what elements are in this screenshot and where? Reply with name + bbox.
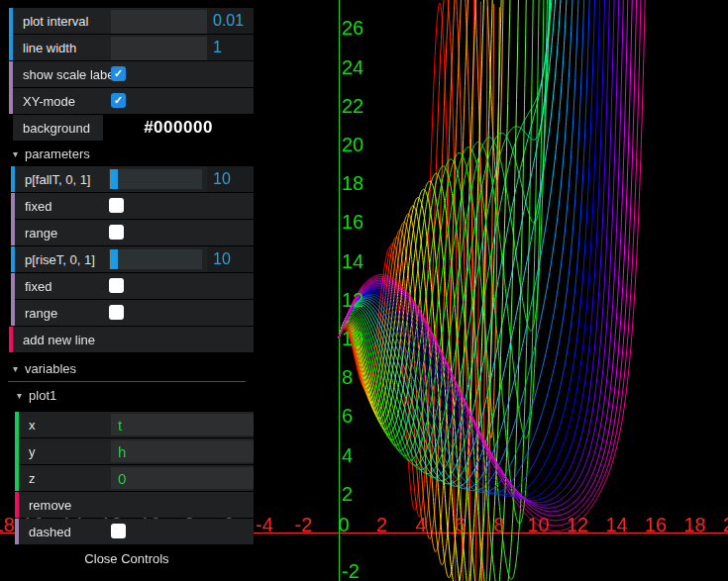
collapse-icon-parameters[interactable]: ▾	[13, 148, 18, 159]
fallT-slider-thumb[interactable]	[110, 169, 118, 189]
plot-interval-label: plot interval	[23, 14, 88, 29]
line-width-label: line width	[23, 41, 76, 55]
line-width-input[interactable]	[111, 37, 209, 60]
row-z-expression[interactable]: z 0	[19, 465, 254, 491]
plot1-section-header[interactable]: ▾ plot1	[17, 386, 254, 404]
riseT-slider-thumb[interactable]	[110, 249, 118, 269]
variables-section-header[interactable]: ▾ variables	[13, 359, 254, 377]
riseT-value[interactable]: 10	[207, 246, 254, 272]
riseT-fixed-label: fixed	[25, 279, 52, 294]
group-plot1-expressions: x t y h z 0	[15, 412, 254, 491]
section-divider	[8, 381, 246, 382]
remove-button[interactable]: remove	[19, 492, 254, 518]
variables-header-label: variables	[25, 361, 76, 376]
fallT-slider[interactable]	[109, 169, 202, 189]
controls-panel: plot interval 0.01 line width 1 show sca…	[0, 8, 254, 566]
plot1-header-label: plot1	[29, 388, 56, 403]
parameters-section-header[interactable]: ▾ parameters	[13, 145, 254, 162]
row-dashed[interactable]: dashed	[19, 519, 254, 544]
riseT-range-label: range	[25, 306, 57, 321]
fallT-label: p[fallT, 0, 1]	[25, 172, 90, 187]
dashed-label: dashed	[29, 525, 71, 539]
row-line-width[interactable]: line width 1	[13, 35, 254, 60]
row-fallT[interactable]: p[fallT, 0, 1] 10	[15, 166, 254, 192]
fallT-fixed-checkbox[interactable]	[109, 198, 124, 213]
group-display-toggles: show scale label ✓ XY-mode ✓	[9, 61, 254, 114]
fallT-range-checkbox[interactable]	[109, 225, 124, 240]
group-riseT-options: fixed range	[11, 273, 254, 326]
row-background[interactable]: background #000000	[13, 115, 254, 141]
close-controls-button[interactable]: Close Controls	[0, 551, 254, 566]
group-fallT-slider: p[fallT, 0, 1] 10	[11, 166, 254, 192]
x-expression-input[interactable]: t	[111, 414, 254, 436]
riseT-slider[interactable]	[109, 249, 202, 269]
y-expression-label: y	[29, 444, 36, 459]
fallT-range-label: range	[25, 226, 57, 241]
row-xy-mode[interactable]: XY-mode ✓	[13, 88, 254, 114]
xy-mode-checkbox[interactable]: ✓	[111, 93, 126, 108]
add-new-line-button[interactable]: add new line	[13, 327, 254, 352]
app-window: -18-16-14-12-10-8-6-4-202468101214161820…	[0, 0, 728, 581]
group-remove: remove	[15, 492, 254, 518]
line-width-value[interactable]: 1	[207, 35, 254, 60]
riseT-fixed-checkbox[interactable]	[109, 278, 124, 293]
y-expression-input[interactable]: h	[111, 440, 254, 462]
riseT-range-checkbox[interactable]	[109, 305, 124, 320]
fallT-value[interactable]: 10	[207, 166, 254, 192]
plot-interval-input[interactable]	[111, 10, 209, 34]
show-scale-label-label: show scale label	[23, 67, 117, 82]
remove-label: remove	[29, 498, 71, 513]
group-dashed: dashed	[15, 519, 254, 544]
add-new-line-label: add new line	[23, 333, 95, 347]
group-riseT-slider: p[riseT, 0, 1] 10	[11, 246, 254, 272]
row-plot-interval[interactable]: plot interval 0.01	[13, 8, 254, 34]
dashed-checkbox[interactable]	[111, 524, 126, 538]
group-plot-settings: plot interval 0.01 line width 1	[9, 8, 254, 60]
x-expression-label: x	[29, 418, 36, 433]
group-fallT-options: fixed range	[11, 193, 254, 245]
group-background: background #000000	[9, 115, 254, 141]
plot-interval-value[interactable]: 0.01	[207, 8, 254, 34]
collapse-icon-variables[interactable]: ▾	[13, 363, 18, 374]
row-show-scale-label[interactable]: show scale label ✓	[13, 61, 254, 87]
row-x-expression[interactable]: x t	[19, 412, 254, 437]
group-add-new-line: add new line	[9, 327, 254, 352]
parameters-header-label: parameters	[25, 146, 90, 161]
show-scale-label-checkbox[interactable]: ✓	[111, 66, 126, 81]
row-fallT-range[interactable]: range	[15, 220, 254, 245]
row-fallT-fixed[interactable]: fixed	[15, 193, 254, 219]
row-riseT-fixed[interactable]: fixed	[15, 273, 254, 299]
z-expression-label: z	[29, 471, 36, 486]
background-color-swatch[interactable]: #000000	[103, 115, 254, 141]
background-label: background	[23, 121, 90, 136]
row-riseT-range[interactable]: range	[15, 300, 254, 326]
fallT-fixed-label: fixed	[25, 199, 52, 214]
row-y-expression[interactable]: y h	[19, 438, 254, 464]
xy-mode-label: XY-mode	[23, 94, 75, 109]
row-riseT[interactable]: p[riseT, 0, 1] 10	[15, 246, 254, 272]
z-expression-input[interactable]: 0	[111, 467, 254, 489]
collapse-icon-plot1[interactable]: ▾	[17, 390, 22, 401]
riseT-label: p[riseT, 0, 1]	[25, 252, 95, 267]
